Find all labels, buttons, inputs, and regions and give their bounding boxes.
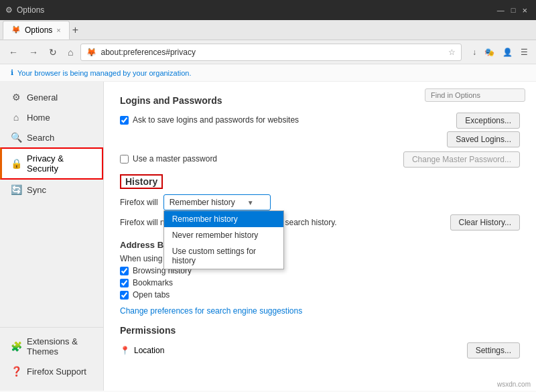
sync-sidebar-icon: 🔄 <box>11 184 21 195</box>
private-icon[interactable]: 🎭 <box>482 46 497 58</box>
history-dropdown-container: Remember history ▼ Remember history Neve… <box>163 194 271 210</box>
sidebar-item-home[interactable]: ⌂ Home <box>0 107 103 127</box>
master-pw-checkbox-row: Use a master password <box>120 154 217 164</box>
gear-icon: ⚙ <box>11 92 21 103</box>
sidebar-item-sync[interactable]: 🔄 Sync <box>0 180 103 200</box>
sidebar-label-general: General <box>27 92 58 103</box>
master-password-row: Use a master password Change Master Pass… <box>120 151 520 168</box>
sidebar-label-extensions: Extensions & Themes <box>27 336 92 356</box>
info-text: Your browser is being managed by your or… <box>17 69 191 77</box>
dropdown-option-never[interactable]: Never remember history <box>164 227 283 243</box>
saved-logins-button[interactable]: Saved Logins... <box>447 131 520 147</box>
sidebar-label-sync: Sync <box>27 185 46 195</box>
location-left: 📍 Location <box>120 346 164 355</box>
address-bar[interactable]: 🦊 about:preferences#privacy ☆ <box>80 44 462 61</box>
bookmarks-label: Bookmarks <box>133 278 173 287</box>
watermark: wsxdn.com <box>497 381 531 388</box>
info-icon: ℹ <box>11 68 13 77</box>
open-tabs-row: Open tabs <box>120 290 520 300</box>
location-label: Location <box>134 346 164 355</box>
content-area: Logins and Passwords Ask to save logins … <box>104 82 536 391</box>
new-tab-button[interactable]: + <box>72 24 78 36</box>
sidebar-item-support[interactable]: ❓ Firefox Support <box>0 361 103 381</box>
sync-icon[interactable]: 👤 <box>500 46 515 58</box>
firefox-logo-icon: 🦊 <box>86 48 96 57</box>
open-tabs-label: Open tabs <box>133 290 170 300</box>
ask-save-row: Ask to save logins and passwords for web… <box>120 115 447 125</box>
dropdown-selected-value: Remember history <box>170 198 235 207</box>
refresh-button[interactable]: ↻ <box>46 44 60 60</box>
logins-row: Ask to save logins and passwords for web… <box>120 113 520 147</box>
sidebar-label-home: Home <box>27 113 50 123</box>
sidebar-item-extensions[interactable]: 🧩 Extensions & Themes <box>0 332 103 361</box>
main-layout: ⚙ General ⌂ Home 🔍 Search 🔒 Privacy & Se… <box>0 82 536 391</box>
location-row: 📍 Location Settings... <box>120 342 520 358</box>
sidebar-label-privacy: Privacy & Security <box>27 153 91 174</box>
permissions-section: Permissions 📍 Location Settings... <box>120 325 520 358</box>
change-master-button[interactable]: Change Master Password... <box>403 151 520 168</box>
master-password-checkbox[interactable] <box>120 155 129 164</box>
address-text: about:preferences#privacy <box>100 48 444 57</box>
bookmark-star-icon[interactable]: ☆ <box>448 48 456 57</box>
minimize-button[interactable]: — <box>494 3 508 17</box>
bookmarks-row: Bookmarks <box>120 278 520 287</box>
title-bar-icon: ⚙ <box>5 5 13 15</box>
sidebar-item-privacy[interactable]: 🔒 Privacy & Security <box>0 147 103 180</box>
bookmarks-checkbox[interactable] <box>120 279 129 287</box>
support-icon: ❓ <box>11 366 21 377</box>
find-input[interactable] <box>425 88 525 102</box>
home-button[interactable]: ⌂ <box>64 44 76 60</box>
permissions-title: Permissions <box>120 325 520 336</box>
lock-icon: 🔒 <box>11 158 21 169</box>
location-icon: 📍 <box>120 346 130 355</box>
ask-save-checkbox[interactable] <box>120 116 129 125</box>
tab-label: Options <box>25 25 52 35</box>
title-bar: ⚙ Options — □ × <box>0 0 536 20</box>
tab-bar: 🦊 Options × + <box>0 20 536 40</box>
sidebar-item-search[interactable]: 🔍 Search <box>0 127 103 147</box>
history-firefox-will-row: Firefox will Remember history ▼ Remember… <box>120 194 520 210</box>
firefox-will-label: Firefox will <box>120 198 158 207</box>
browsing-history-checkbox[interactable] <box>120 267 129 275</box>
logins-right: Exceptions... Saved Logins... <box>447 113 520 147</box>
dropdown-option-custom[interactable]: Use custom settings for history <box>164 243 283 269</box>
info-bar: ℹ Your browser is being managed by your … <box>0 64 536 82</box>
history-section: History Firefox will Remember history ▼ … <box>120 174 520 231</box>
open-tabs-checkbox[interactable] <box>120 291 129 300</box>
downloads-icon[interactable]: ↓ <box>470 46 479 58</box>
sidebar-label-search: Search <box>27 133 54 143</box>
nav-bar: ← → ↻ ⌂ 🦊 about:preferences#privacy ☆ ↓ … <box>0 40 536 64</box>
extensions-icon: 🧩 <box>11 341 21 352</box>
clear-history-button[interactable]: Clear History... <box>450 214 520 231</box>
dropdown-option-remember[interactable]: Remember history <box>164 211 283 227</box>
sidebar-label-support: Firefox Support <box>27 367 86 377</box>
tab-close-icon[interactable]: × <box>56 26 60 34</box>
history-dropdown[interactable]: Remember history ▼ <box>163 194 271 210</box>
forward-button[interactable]: → <box>25 44 42 60</box>
home-icon: ⌂ <box>11 112 21 123</box>
master-password-label: Use a master password <box>133 154 217 164</box>
tab-icon: 🦊 <box>11 25 21 34</box>
history-title-box: History <box>120 174 163 189</box>
logins-left: Ask to save logins and passwords for web… <box>120 113 447 127</box>
nav-extra-icons: ↓ 🎭 👤 ☰ <box>470 46 531 58</box>
close-button[interactable]: × <box>519 3 531 18</box>
active-tab[interactable]: 🦊 Options × <box>3 21 70 40</box>
exceptions-button[interactable]: Exceptions... <box>456 113 520 129</box>
back-button[interactable]: ← <box>5 44 21 60</box>
maximize-button[interactable]: □ <box>508 3 519 17</box>
ask-save-label: Ask to save logins and passwords for web… <box>133 115 299 125</box>
find-bar <box>425 88 525 102</box>
search-engine-link[interactable]: Change preferences for search engine sug… <box>120 306 302 316</box>
sidebar-footer: 🧩 Extensions & Themes ❓ Firefox Support <box>0 327 103 385</box>
dropdown-arrow-icon: ▼ <box>247 199 254 206</box>
logins-section: Logins and Passwords Ask to save logins … <box>120 95 520 168</box>
history-title: History <box>125 176 157 187</box>
location-settings-button[interactable]: Settings... <box>467 342 520 358</box>
sidebar: ⚙ General ⌂ Home 🔍 Search 🔒 Privacy & Se… <box>0 82 104 391</box>
sidebar-item-general[interactable]: ⚙ General <box>0 87 103 107</box>
menu-button[interactable]: ☰ <box>518 46 531 58</box>
sidebar-top: ⚙ General ⌂ Home 🔍 Search 🔒 Privacy & Se… <box>0 87 103 200</box>
title-bar-label: Options <box>17 5 44 15</box>
search-icon: 🔍 <box>11 132 21 143</box>
